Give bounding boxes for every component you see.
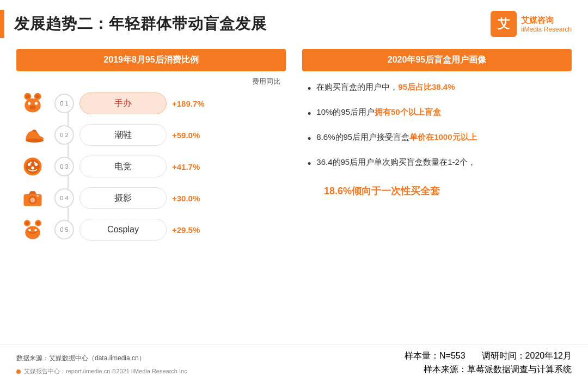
svg-point-6 [26,95,29,98]
bullet-item-1: • 在购买盲盒的用户中，95后占比38.4% [308,81,566,96]
sample-size: 样本量：N=553 [405,350,465,362]
svg-point-3 [28,102,31,105]
footer-meta-row-1: 样本量：N=553 调研时间：2020年12月 [405,350,572,362]
bullet-item-2: • 10%的95后用户拥有50个以上盲盒 [308,106,566,121]
svg-point-2 [24,98,40,113]
item-change-1: +189.7% [172,99,210,108]
cta-text: 18.6%倾向于一次性买全套 [308,184,566,198]
orange-dot [16,369,21,374]
shoe-icon [16,121,49,149]
page: 发展趋势二：年轻群体带动盲盒发展 艾 艾媒咨询 iiMedia Research… [0,0,588,382]
item-change-2: +59.0% [172,131,210,140]
logo-icon: 艾 [491,11,517,37]
bullet-list: • 在购买盲盒的用户中，95后占比38.4% • 10%的95后用户拥有50个以… [302,81,572,198]
svg-point-12 [28,163,31,167]
rank-5: 0 5 [54,220,74,239]
bullet-item-3: • 8.6%的95后用户接受盲盒单价在1000元以上 [308,131,566,146]
list-item: 0 4 摄影 +30.0% [16,184,286,212]
rank-2: 0 2 [54,125,74,145]
footer: 数据来源：艾媒数据中心（data.iimedia.cn） 艾媒报告中心：repo… [0,344,588,382]
item-change-4: +30.0% [172,194,210,203]
left-panel: 2019年8月95后消费比例 费用同比 [16,49,286,341]
svg-point-20 [36,195,39,198]
list-item: 0 5 Cosplay +29.5% [16,216,286,243]
list-item: 0 3 电竞 +41.7% [16,153,286,180]
logo-cn: 艾媒咨询 [521,15,554,26]
item-label-5: Cosplay [79,219,167,241]
bullet-text-1: 在购买盲盒的用户中，95后占比38.4% [316,81,455,94]
logo-text: 艾媒咨询 iiMedia Research [521,15,572,33]
list-item: 0 2 潮鞋 +59.0% [16,121,286,149]
main-content: 2019年8月95后消费比例 费用同比 [0,44,588,341]
camera-icon [16,184,49,212]
item-label-2: 潮鞋 [79,124,167,146]
bullet-dot: • [308,82,311,96]
bullet-dot: • [308,132,311,146]
bullet-text-2: 10%的95后用户拥有50个以上盲盒 [316,106,440,119]
list-item: 0 1 手办 +189.7% [16,90,286,117]
gamepad-icon [16,153,49,180]
data-source: 数据来源：艾媒数据中心（data.iimedia.cn） [16,354,187,363]
svg-point-25 [36,221,40,225]
bullet-text-3: 8.6%的95后用户接受盲盒单价在1000元以上 [316,131,476,144]
rank-3: 0 3 [54,157,74,176]
footer-right: 样本量：N=553 调研时间：2020年12月 样本来源：草莓派数据调查与计算系… [405,350,572,375]
svg-point-7 [36,95,40,98]
svg-point-26 [28,229,31,232]
right-panel-title: 2020年95后盲盒用户画像 [302,49,572,71]
item-change-3: +41.7% [172,162,210,171]
svg-point-19 [30,198,35,202]
right-panel: 2020年95后盲盒用户画像 • 在购买盲盒的用户中，95后占比38.4% • … [302,49,572,341]
page-title: 发展趋势二：年轻群体带动盲盒发展 [14,14,267,34]
item-label-4: 摄影 [79,187,167,209]
svg-point-24 [26,221,29,225]
item-label-1: 手办 [79,93,167,114]
svg-point-15 [30,162,32,164]
items-list: 0 1 手办 +189.7% 0 2 潮鞋 [16,90,286,243]
bullet-item-4: • 36.4的95后用户单次购买盲盒数量在1-2个， [308,156,566,171]
logo-area: 艾 艾媒咨询 iiMedia Research [491,11,572,37]
svg-point-9 [26,138,44,142]
item-label-3: 电竞 [79,156,167,177]
svg-point-27 [34,229,37,232]
svg-point-13 [35,163,38,167]
bullet-dot: • [308,107,311,121]
sample-source: 样本来源：草莓派数据调查与计算系统 [424,364,572,375]
svg-point-4 [35,102,38,105]
rank-4: 0 4 [54,188,74,208]
header: 发展趋势二：年轻群体带动盲盒发展 艾 艾媒咨询 iiMedia Research [0,0,588,44]
bullet-text-4: 36.4的95后用户单次购买盲盒数量在1-2个， [316,156,476,169]
left-panel-title: 2019年8月95后消费比例 [16,49,286,71]
bear2-icon [16,216,49,243]
header-accent [0,10,4,38]
bullet-dot: • [308,157,311,171]
brand-line: 艾媒报告中心：report.iimedia.cn ©2021 iiMedia R… [24,367,187,375]
col-label: 费用同比 [16,77,286,87]
footer-source: 数据来源：艾媒数据中心（data.iimedia.cn） 艾媒报告中心：repo… [16,354,187,375]
bear-icon [16,90,49,117]
item-change-5: +29.5% [172,225,210,235]
svg-point-16 [34,162,36,164]
svg-point-5 [30,106,36,109]
survey-time: 调研时间：2020年12月 [482,350,572,362]
footer-meta-row-2: 样本来源：草莓派数据调查与计算系统 [424,364,572,375]
logo-en: iiMedia Research [521,26,572,33]
rank-1: 0 1 [54,94,74,113]
svg-point-14 [31,167,34,170]
